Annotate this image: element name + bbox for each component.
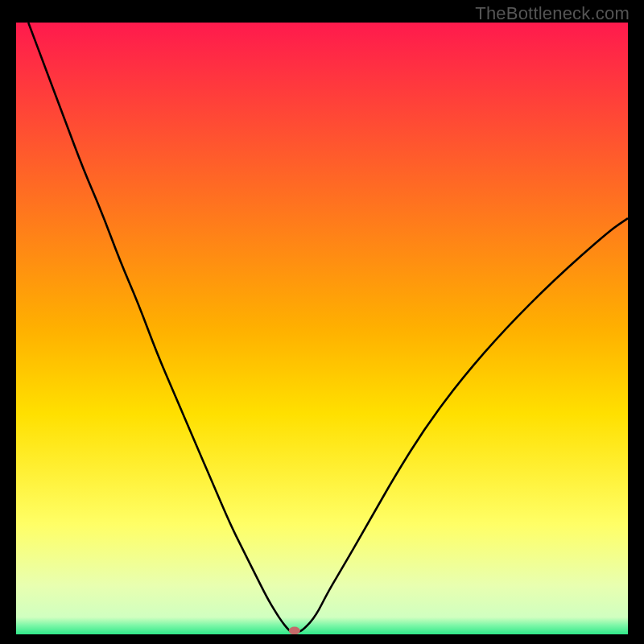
chart-container: TheBottleneck.com (0, 0, 644, 644)
plot-area (16, 23, 628, 634)
gradient-background (16, 23, 628, 634)
min-point-marker (289, 626, 300, 634)
chart-svg (16, 23, 628, 634)
watermark-text: TheBottleneck.com (475, 3, 630, 24)
